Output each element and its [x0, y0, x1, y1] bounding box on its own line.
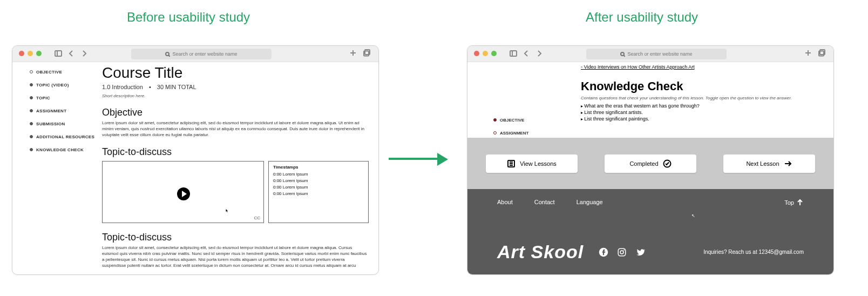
course-sidenav: OBJECTIVE TOPIC (VIDEO) TOPIC ASSIGNMENT… — [12, 62, 99, 274]
nav-topic[interactable]: TOPIC — [30, 91, 99, 104]
nav-back-icon[interactable] — [523, 50, 530, 57]
svg-point-10 — [621, 52, 624, 56]
topic2-text: Lorem ipsum dolor sit amet, consectetur … — [102, 245, 369, 268]
back-to-top-button[interactable]: Top — [784, 199, 804, 206]
timestamp-row[interactable]: 0:00 Lorem Ipsum — [273, 185, 364, 190]
button-label: Completed — [629, 160, 658, 167]
arrow-right-icon — [784, 159, 792, 168]
course-meta: 1.0 Introduction • 30 MIN TOTAL — [102, 84, 369, 90]
button-label: Next Lesson — [746, 160, 779, 167]
objective-heading: Objective — [102, 107, 369, 118]
svg-line-3 — [169, 55, 171, 57]
new-tab-icon[interactable] — [804, 49, 812, 57]
site-footer: About Contact Language Top Art Skool Inq… — [467, 189, 833, 274]
nav-label: TOPIC — [36, 96, 50, 100]
nav-forward-icon[interactable] — [80, 50, 88, 57]
nav-label: SUBMISSION — [36, 122, 65, 126]
course-content: Course Title 1.0 Introduction • 30 MIN T… — [99, 62, 378, 274]
course-short-desc: Short description here. — [102, 93, 369, 98]
kc-question[interactable]: List three significant paintings. — [581, 116, 818, 122]
traffic-min-icon[interactable] — [483, 51, 488, 56]
heading-before: Before usability study — [127, 10, 250, 25]
traffic-max-icon[interactable] — [36, 51, 42, 56]
top-label: Top — [784, 199, 794, 206]
kc-question[interactable]: What are the eras that western art has g… — [581, 103, 818, 109]
search-icon — [620, 52, 625, 57]
timestamp-row[interactable]: 0:00 Lorem Ipsum — [273, 172, 364, 177]
url-placeholder: Search or enter website name — [172, 51, 237, 57]
arrow-up-icon — [796, 199, 804, 206]
nav-topic-video[interactable]: TOPIC (VIDEO) — [30, 78, 99, 91]
cursor-icon — [226, 208, 228, 213]
footer-about[interactable]: About — [497, 199, 513, 205]
lesson-actions: View Lessons Completed Next Lesson — [467, 138, 833, 189]
nav-label: OBJECTIVE — [36, 70, 62, 75]
traffic-max-icon[interactable] — [491, 51, 497, 56]
facebook-icon[interactable] — [599, 247, 608, 257]
meta-separator: • — [149, 84, 151, 90]
traffic-close-icon[interactable] — [474, 51, 479, 56]
sidebar-toggle-icon[interactable] — [55, 50, 62, 57]
nav-label: OBJECTIVE — [500, 118, 524, 123]
social-links — [599, 247, 645, 257]
svg-rect-8 — [510, 51, 517, 56]
nav-objective[interactable]: OBJECTIVE — [30, 65, 99, 78]
cursor-icon: ↖ — [691, 213, 695, 218]
check-circle-icon — [663, 159, 672, 168]
search-icon — [165, 52, 170, 57]
kc-question[interactable]: List three significant artists. — [581, 110, 818, 115]
knowledge-check-desc: Contains questions that check your under… — [581, 96, 818, 100]
objective-text: Lorem ipsum dolor sit amet, consectetur … — [102, 120, 369, 138]
nav-forward-icon[interactable] — [535, 50, 543, 57]
sidebar-toggle-icon[interactable] — [510, 50, 517, 57]
view-lessons-button[interactable]: View Lessons — [486, 154, 578, 173]
browser-window-before: Search or enter website name OBJECTIVE T… — [12, 45, 379, 275]
url-bar[interactable]: Search or enter website name — [131, 49, 272, 59]
nav-label: ASSIGNMENT — [500, 131, 528, 136]
nav-label: TOPIC (VIDEO) — [36, 83, 69, 88]
tabs-icon[interactable] — [363, 49, 371, 57]
browser-chrome: Search or enter website name — [12, 46, 378, 62]
nav-assignment[interactable]: ASSIGNMENT — [30, 104, 99, 117]
nav-knowledge-check[interactable]: KNOWLEDGE CHECK — [30, 143, 99, 156]
meta-duration: 30 MIN TOTAL — [157, 84, 196, 90]
browser-window-after: Search or enter website name Video Inter… — [467, 45, 834, 275]
tabs-icon[interactable] — [818, 49, 826, 57]
cc-button[interactable]: CC — [254, 216, 260, 220]
footer-nav: About Contact Language — [497, 199, 804, 205]
video-player[interactable]: CC — [102, 161, 264, 223]
svg-point-26 — [623, 249, 625, 250]
knowledge-check-heading: Knowledge Check — [581, 79, 818, 93]
footer-contact[interactable]: Contact — [534, 199, 555, 205]
nav-objective[interactable]: OBJECTIVE — [493, 113, 528, 126]
new-tab-icon[interactable] — [349, 49, 357, 57]
timestamps-panel: Timestamps 0:00 Lorem Ipsum 0:00 Lorem I… — [268, 161, 369, 223]
nav-additional-resources[interactable]: ADDITIONAL RESOURCES — [30, 130, 99, 143]
url-bar[interactable]: Search or enter website name — [586, 49, 727, 59]
resource-link[interactable]: Video Interviews on How Other Artists Ap… — [581, 64, 695, 70]
next-lesson-button[interactable]: Next Lesson — [723, 154, 815, 173]
svg-point-2 — [166, 52, 169, 56]
instagram-icon[interactable] — [617, 247, 627, 257]
timestamp-row[interactable]: 0:00 Lorem Ipsum — [273, 178, 364, 183]
twitter-icon[interactable] — [635, 247, 645, 257]
nav-back-icon[interactable] — [67, 50, 75, 57]
heading-after: After usability study — [586, 10, 698, 25]
timestamps-heading: Timestamps — [273, 165, 364, 170]
timestamp-row[interactable]: 0:00 Lorem Ipsum — [273, 191, 364, 196]
svg-rect-0 — [55, 51, 62, 56]
svg-line-11 — [624, 55, 626, 57]
traffic-min-icon[interactable] — [28, 51, 33, 56]
play-icon[interactable] — [177, 187, 190, 200]
url-placeholder: Search or enter website name — [627, 51, 692, 57]
nav-label: ASSIGNMENT — [36, 109, 66, 113]
footer-language[interactable]: Language — [577, 199, 603, 205]
svg-point-25 — [620, 251, 623, 254]
traffic-close-icon[interactable] — [19, 51, 24, 56]
brand-logo[interactable]: Art Skool — [497, 241, 584, 263]
completed-button[interactable]: Completed — [605, 154, 696, 173]
button-label: View Lessons — [520, 160, 557, 167]
browser-chrome: Search or enter website name — [467, 46, 833, 62]
nav-submission[interactable]: SUBMISSION — [30, 117, 99, 130]
nav-label: ADDITIONAL RESOURCES — [36, 134, 94, 139]
